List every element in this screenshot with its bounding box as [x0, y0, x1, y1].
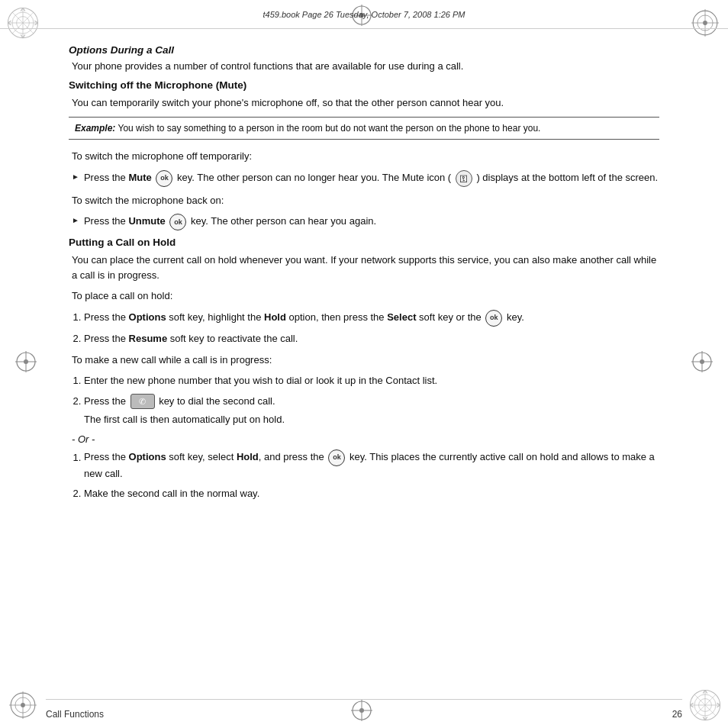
mute-bullet: ► Press the Mute ok key. The other perso… [69, 170, 659, 187]
footer-bar: Call Functions 26 [46, 699, 682, 728]
footer-page-number: 26 [672, 709, 682, 720]
hold-title: Putting a Call on Hold [69, 237, 659, 248]
or-ok-button: ok [328, 449, 345, 466]
new-step-2-sub: The first call is then automatically put… [84, 412, 659, 427]
mute-ok-button: ok [156, 170, 172, 187]
example-box: Example: You wish to say something to a … [69, 117, 659, 140]
mute-bullet-content: Press the Mute ok key. The other person … [84, 170, 659, 187]
unmute-ok-button: ok [169, 214, 186, 230]
mute-icon: ⚿ [456, 170, 472, 187]
hold-intro: You can place the current call on hold w… [69, 253, 659, 282]
bullet-arrow-1: ► [72, 172, 79, 181]
or-step-2: Make the second call in the normal way. [84, 486, 659, 501]
switching-intro: You can temporarily switch your phone's … [69, 95, 659, 111]
to-switch-off: To switch the microphone off temporarily… [69, 149, 659, 164]
left-crosshair [15, 351, 37, 375]
or-step-1: Press the Options soft key, select Hold,… [84, 449, 659, 482]
hold-steps-list: Press the Options soft key, highlight th… [84, 310, 659, 346]
to-make: To make a new call while a call is in pr… [69, 353, 659, 368]
right-crosshair [691, 351, 713, 375]
call-icon: ✆ [130, 394, 155, 409]
to-place: To place a call on hold: [69, 288, 659, 304]
example-label: Example: [75, 123, 115, 134]
or-steps-list: Press the Options soft key, select Hold,… [84, 449, 659, 501]
bullet-arrow-2: ► [72, 216, 79, 224]
new-call-steps-list: Enter the new phone number that you wish… [84, 373, 659, 427]
new-step-1: Enter the new phone number that you wish… [84, 373, 659, 388]
new-step-2: Press the ✆ key to dial the second call.… [84, 394, 659, 428]
header-bar: t459.book Page 26 Tuesday, October 7, 20… [0, 0, 728, 29]
intro-text: Your phone provides a number of control … [69, 60, 659, 72]
example-text: You wish to say something to a person in… [118, 123, 540, 134]
main-title: Options During a Call [69, 44, 659, 56]
footer-section-label: Call Functions [46, 709, 104, 720]
main-content: Options During a Call Your phone provide… [46, 29, 682, 697]
to-switch-on: To switch the microphone back on: [69, 193, 659, 208]
switching-title: Switching off the Microphone (Mute) [69, 79, 659, 91]
hold-ok-button: ok [485, 310, 502, 327]
header-text: t459.book Page 26 Tuesday, October 7, 20… [263, 10, 465, 19]
hold-step-2: Press the Resume soft key to reactivate … [84, 331, 659, 346]
corner-bottom-right [682, 682, 728, 728]
unmute-bullet-content: Press the Unmute ok key. The other perso… [84, 214, 659, 230]
corner-bottom-left [0, 682, 46, 728]
or-separator: - Or - [69, 433, 659, 445]
hold-step-1: Press the Options soft key, highlight th… [84, 310, 659, 327]
unmute-bullet: ► Press the Unmute ok key. The other per… [69, 214, 659, 230]
